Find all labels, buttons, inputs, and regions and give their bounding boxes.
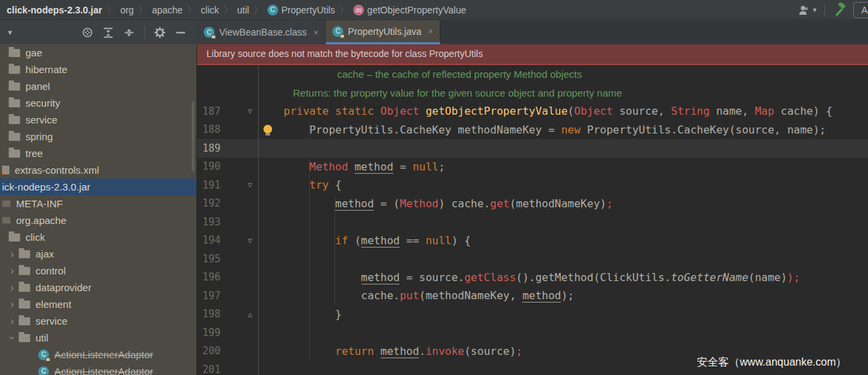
line-number: 192 bbox=[197, 197, 229, 209]
tree-item-label: org.apache bbox=[16, 215, 66, 226]
gutter[interactable]: 201 bbox=[197, 360, 259, 375]
project-panel-header: ▼ bbox=[0, 20, 197, 44]
close-icon[interactable]: × bbox=[428, 26, 434, 36]
gutter[interactable]: 200 bbox=[197, 342, 259, 361]
tab-PropertyUtils.java[interactable]: CPropertyUtils.java× bbox=[326, 20, 440, 44]
gutter[interactable] bbox=[197, 65, 259, 84]
intention-bulb-icon[interactable] bbox=[263, 125, 272, 133]
tree-item-label: dataprovider bbox=[36, 282, 91, 293]
class-file-icon: C bbox=[332, 26, 343, 37]
locate-icon[interactable] bbox=[82, 27, 93, 38]
close-icon[interactable]: × bbox=[313, 28, 318, 38]
tree-item-org.apache[interactable]: org.apache bbox=[0, 212, 196, 229]
gutter[interactable]: 196 bbox=[197, 268, 259, 287]
gutter[interactable]: 197 bbox=[197, 286, 259, 305]
gutter[interactable]: 192 bbox=[197, 195, 259, 213]
sidebar-scrollbar[interactable] bbox=[192, 101, 194, 172]
tree-item-label: control bbox=[36, 265, 66, 276]
tree-item-panel[interactable]: panel bbox=[0, 78, 196, 95]
tab-ViewBeanBase.class[interactable]: CViewBeanBase.class× bbox=[197, 20, 326, 44]
tree-item-element[interactable]: ›element bbox=[0, 296, 196, 313]
gutter[interactable]: 194▿ bbox=[197, 231, 259, 250]
tree-item-dataprovider[interactable]: ›dataprovider bbox=[0, 279, 196, 296]
folder-icon bbox=[19, 317, 30, 325]
chevron-right-icon[interactable]: › bbox=[5, 313, 19, 329]
tree-item-label: gae bbox=[25, 47, 42, 58]
line-number: 199 bbox=[197, 327, 229, 339]
line-number: 196 bbox=[197, 271, 229, 283]
tree-item-security[interactable]: security bbox=[0, 95, 196, 111]
user-menu[interactable]: ▼ bbox=[797, 5, 818, 15]
tree-item-util[interactable]: ›util bbox=[0, 329, 196, 346]
breadcrumb-separator: 〉 bbox=[188, 4, 196, 16]
chevron-down-icon[interactable]: › bbox=[4, 331, 21, 345]
breadcrumb-separator: 〉 bbox=[254, 4, 263, 16]
gutter[interactable]: 188 bbox=[197, 121, 259, 140]
rendered-doc-line: Returns: the property value for the give… bbox=[197, 84, 868, 103]
gutter[interactable]: 189 bbox=[197, 139, 259, 158]
tree-item-gae[interactable]: gae bbox=[0, 44, 196, 61]
folder-icon bbox=[9, 133, 20, 141]
gutter[interactable]: 195 bbox=[197, 250, 259, 268]
hide-panel-icon[interactable] bbox=[175, 27, 186, 38]
tree-item-label: ActionListenerAdaptor bbox=[54, 366, 153, 375]
code-text: cache.put(methodNameKey, method); bbox=[259, 289, 574, 302]
tree-item-control[interactable]: ›control bbox=[0, 262, 196, 279]
folder-icon bbox=[19, 250, 30, 258]
breadcrumb-item[interactable]: apache bbox=[152, 5, 183, 15]
expand-all-icon[interactable] bbox=[103, 27, 114, 38]
folder-icon bbox=[9, 83, 20, 91]
chevron-right-icon[interactable]: › bbox=[5, 262, 19, 279]
tree-item-service[interactable]: service bbox=[0, 111, 196, 128]
tab-label: PropertyUtils.java bbox=[348, 26, 422, 37]
gutter[interactable]: 191▿ bbox=[197, 176, 259, 195]
gutter[interactable]: 198▵ bbox=[197, 305, 259, 324]
line-number: 188 bbox=[197, 123, 229, 136]
collapse-all-icon[interactable] bbox=[123, 27, 135, 38]
build-hammer-icon[interactable] bbox=[832, 3, 847, 17]
fold-marker-icon[interactable]: ▵ bbox=[245, 309, 255, 319]
folder-icon bbox=[19, 334, 30, 342]
breadcrumb-item[interactable]: click-nodeps-2.3.0.jar bbox=[7, 5, 102, 15]
tree-item-META-INF[interactable]: META-INF bbox=[0, 195, 196, 212]
breadcrumb-separator: 〉 bbox=[224, 4, 233, 16]
fold-marker-icon[interactable]: ▿ bbox=[245, 235, 255, 246]
add-configuration-button[interactable]: Ac bbox=[853, 2, 868, 18]
gutter[interactable]: 187▿ bbox=[197, 102, 259, 121]
tree-item-tree[interactable]: tree bbox=[0, 145, 196, 162]
gutter[interactable]: 193 bbox=[197, 213, 259, 231]
gutter[interactable]: 190 bbox=[197, 158, 259, 176]
chevron-right-icon[interactable]: › bbox=[5, 296, 19, 313]
tree-item-hibernate[interactable]: hibernate bbox=[0, 61, 196, 78]
line-number: 190 bbox=[197, 160, 229, 172]
breadcrumb-item[interactable]: click bbox=[201, 5, 219, 15]
tree-item-service[interactable]: ›service bbox=[0, 313, 196, 329]
tree-item-spring[interactable]: spring bbox=[0, 128, 196, 145]
topbar-right: ▼ Ac bbox=[797, 0, 868, 20]
line-number: 194 bbox=[197, 234, 229, 246]
tree-item-extras-controls.xml[interactable]: extras-controls.xml bbox=[0, 162, 196, 178]
gutter[interactable]: 199 bbox=[197, 323, 259, 342]
fold-marker-icon[interactable]: ▿ bbox=[245, 180, 255, 190]
panel-dropdown-caret[interactable]: ▼ bbox=[7, 29, 13, 36]
line-number: 200 bbox=[197, 345, 229, 357]
fold-marker-icon[interactable]: ▿ bbox=[245, 106, 255, 116]
tree-item-click[interactable]: click bbox=[0, 229, 196, 246]
tree-item-ajax[interactable]: ›ajax bbox=[0, 246, 196, 262]
tree-item-label: ajax bbox=[36, 248, 54, 260]
chevron-right-icon[interactable]: › bbox=[5, 246, 19, 262]
breadcrumb-bar: click-nodeps-2.3.0.jar〉org〉apache〉click〉… bbox=[0, 0, 868, 20]
breadcrumb-item[interactable]: CPropertyUtils bbox=[267, 5, 335, 15]
breadcrumb-label: util bbox=[237, 5, 249, 15]
code-editor: Library source does not match the byteco… bbox=[197, 44, 868, 375]
chevron-right-icon[interactable]: › bbox=[5, 279, 19, 296]
tree-item-ActionListenerAdaptor[interactable]: CActionListenerAdaptor bbox=[0, 363, 196, 375]
tree-item-label: security bbox=[25, 97, 60, 109]
breadcrumb-item[interactable]: util bbox=[237, 5, 249, 15]
gutter[interactable] bbox=[197, 84, 259, 103]
tree-item-ActionListenerAdaptor[interactable]: CActionListenerAdaptor bbox=[0, 346, 196, 363]
settings-gear-icon[interactable] bbox=[154, 27, 166, 38]
tree-item-ick-nodeps-2.3.0.jar[interactable]: ick-nodeps-2.3.0.jar bbox=[0, 178, 196, 195]
breadcrumb-item[interactable]: mgetObjectPropertyValue bbox=[353, 5, 467, 15]
breadcrumb-item[interactable]: org bbox=[120, 5, 133, 15]
